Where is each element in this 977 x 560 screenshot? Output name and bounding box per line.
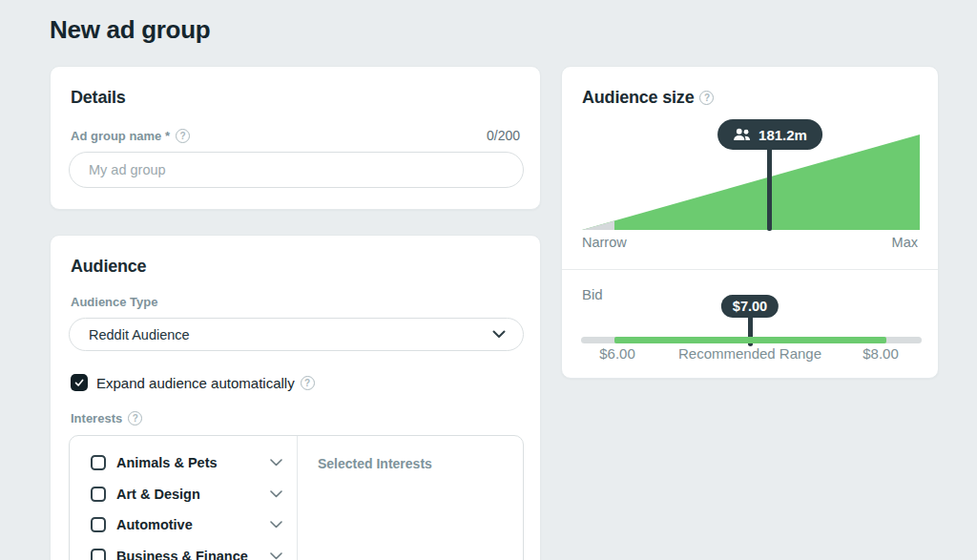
interest-label: Art & Design — [116, 487, 270, 502]
interest-checkbox[interactable] — [91, 487, 106, 502]
interest-row-business-finance[interactable]: Business & Finance — [70, 541, 297, 560]
interest-checkbox[interactable] — [91, 455, 106, 470]
expand-audience-label: Expand audience automatically — [96, 375, 295, 391]
char-counter: 0/200 — [487, 128, 520, 143]
help-icon[interactable]: ? — [176, 129, 190, 143]
chevron-down-icon[interactable] — [270, 490, 282, 498]
interest-row-animals-pets[interactable]: Animals & Pets — [70, 447, 297, 479]
interest-label: Automotive — [116, 517, 270, 532]
bid-recommended-range-bar — [614, 337, 886, 343]
chevron-down-icon[interactable] — [270, 552, 282, 560]
audience-card-title: Audience — [71, 257, 146, 277]
selected-interests-panel: Selected Interests — [297, 436, 523, 560]
expand-audience-row[interactable]: Expand audience automatically ? — [71, 374, 315, 391]
audience-type-select[interactable]: Reddit Audience — [69, 318, 524, 351]
page-title: New ad group — [50, 15, 210, 45]
audience-size-marker — [767, 147, 772, 231]
audience-card: Audience Audience Type Reddit Audience E… — [50, 235, 541, 560]
ad-group-name-label-row: Ad group name * ? 0/200 — [71, 128, 520, 143]
chevron-down-icon — [492, 330, 506, 339]
chevron-down-icon[interactable] — [270, 521, 282, 529]
details-card: Details Ad group name * ? 0/200 — [50, 66, 541, 210]
bid-slider-track[interactable] — [581, 337, 922, 343]
audience-type-value: Reddit Audience — [89, 327, 190, 342]
bid-min-label: $6.00 — [599, 345, 635, 362]
people-icon — [733, 128, 751, 141]
interest-row-automotive[interactable]: Automotive — [70, 509, 297, 541]
audience-size-value: 181.2m — [759, 127, 807, 143]
interests-label-row: Interests ? — [71, 411, 142, 425]
expand-audience-checkbox[interactable] — [71, 374, 88, 391]
audience-size-card: Audience size ? 181.2m Narrow Max Bid $7… — [561, 66, 939, 379]
axis-label-narrow: Narrow — [582, 235, 627, 250]
details-card-title: Details — [71, 88, 126, 108]
bid-max-label: $8.00 — [863, 345, 899, 362]
audience-size-title: Audience size — [582, 88, 694, 108]
chevron-down-icon[interactable] — [270, 459, 282, 467]
interest-label: Business & Finance — [116, 549, 270, 560]
help-icon[interactable]: ? — [699, 91, 714, 105]
audience-type-label: Audience Type — [71, 295, 158, 309]
help-icon[interactable]: ? — [301, 376, 315, 390]
interests-list: Animals & Pets Art & Design Automotive — [70, 436, 297, 560]
interests-picker: Animals & Pets Art & Design Automotive — [69, 435, 524, 560]
interest-row-art-design[interactable]: Art & Design — [70, 479, 297, 510]
bid-range-label: Recommended Range — [678, 345, 821, 362]
selected-interests-title: Selected Interests — [318, 456, 432, 471]
divider — [562, 269, 938, 270]
ad-group-name-input[interactable] — [69, 152, 524, 188]
interest-checkbox[interactable] — [91, 549, 106, 560]
interest-label: Animals & Pets — [116, 455, 270, 470]
audience-size-value-pill: 181.2m — [717, 119, 822, 150]
ad-group-name-label: Ad group name * — [71, 129, 170, 143]
bid-label: Bid — [582, 286, 603, 302]
interest-checkbox[interactable] — [91, 517, 106, 532]
interests-label: Interests — [71, 411, 122, 425]
help-icon[interactable]: ? — [128, 411, 142, 425]
bid-value-pill[interactable]: $7.00 — [721, 295, 779, 318]
axis-label-max: Max — [892, 235, 918, 250]
